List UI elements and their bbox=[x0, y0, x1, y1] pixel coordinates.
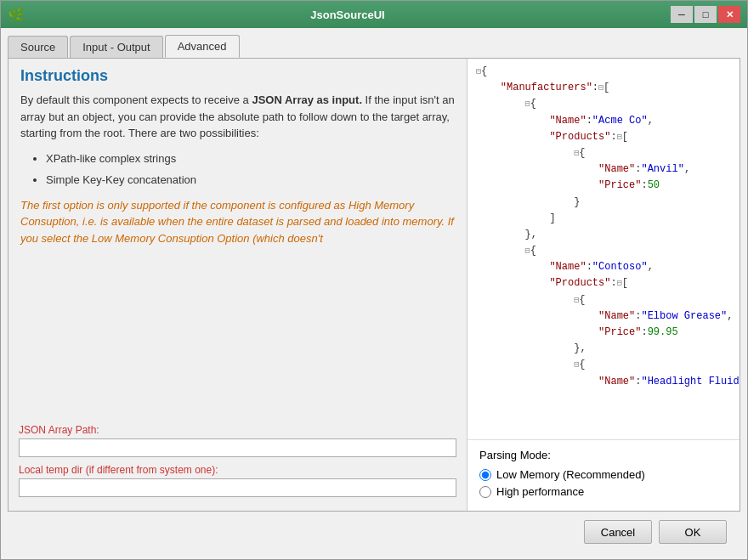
instructions-paragraph2: The first option is only supported if th… bbox=[20, 197, 455, 247]
bullet-1: XPath-like complex strings bbox=[46, 150, 455, 167]
tab-bar: Source Input - Output Advanced bbox=[8, 35, 740, 58]
bullet-2: Simple Key-Key concatenation bbox=[46, 172, 455, 189]
tab-source[interactable]: Source bbox=[8, 36, 68, 58]
json-line: "Price":50 bbox=[476, 178, 731, 194]
close-button[interactable]: ✕ bbox=[718, 6, 740, 23]
title-bar-buttons: ─ □ ✕ bbox=[671, 6, 740, 23]
title-bar: 🌿 JsonSourceUI ─ □ ✕ bbox=[1, 1, 747, 28]
radio-low-memory-input[interactable] bbox=[479, 469, 491, 481]
json-array-path-label: JSON Array Path: bbox=[19, 424, 456, 436]
json-line: "Manufacturers":⊟[ bbox=[476, 80, 731, 96]
json-line: "Name":"Anvil", bbox=[476, 161, 731, 178]
radio-high-performance-input[interactable] bbox=[479, 486, 491, 498]
json-line: ⊟{ bbox=[476, 357, 731, 373]
window-content: Source Input - Output Advanced Instructi… bbox=[1, 28, 747, 559]
local-temp-dir-label: Local temp dir (if different from system… bbox=[19, 464, 456, 476]
local-temp-dir-input[interactable] bbox=[19, 478, 456, 497]
json-line: ⊟{ bbox=[476, 243, 731, 259]
parsing-mode-panel: Parsing Mode: Low Memory (Recommended) H… bbox=[468, 439, 740, 511]
ok-button[interactable]: OK bbox=[659, 520, 727, 544]
radio-low-memory-label[interactable]: Low Memory (Recommended) bbox=[496, 468, 645, 481]
tab-input-output[interactable]: Input - Output bbox=[70, 36, 163, 58]
json-line: "Name":"Contoso", bbox=[476, 259, 731, 275]
right-panel: ⊟{ "Manufacturers":⊟[ ⊟{ "Name":"Acme Co… bbox=[468, 59, 740, 511]
json-line: "Price":99.95 bbox=[476, 325, 731, 341]
window-title: JsonSourceUI bbox=[25, 8, 671, 21]
json-line: ] bbox=[476, 211, 731, 227]
json-line: } bbox=[476, 195, 731, 211]
json-line: "Name":"Acme Co", bbox=[476, 113, 731, 129]
json-line: ⊟{ bbox=[476, 292, 731, 308]
json-line: }, bbox=[476, 341, 731, 357]
maximize-button[interactable]: □ bbox=[694, 6, 717, 23]
radio-low-memory: Low Memory (Recommended) bbox=[479, 468, 728, 481]
instructions-title: Instructions bbox=[20, 67, 455, 85]
instructions-scroll[interactable]: Instructions By default this component e… bbox=[8, 59, 467, 417]
json-line: ⊟{ bbox=[476, 64, 731, 80]
instructions-text-1: By default this component expects to rec… bbox=[20, 93, 252, 106]
main-panel: Instructions By default this component e… bbox=[8, 58, 740, 512]
main-content: Instructions By default this component e… bbox=[8, 59, 740, 511]
app-icon: 🌿 bbox=[8, 6, 25, 23]
json-line: "Products":⊟[ bbox=[476, 129, 731, 145]
json-viewer[interactable]: ⊟{ "Manufacturers":⊟[ ⊟{ "Name":"Acme Co… bbox=[468, 59, 740, 439]
cancel-button[interactable]: Cancel bbox=[584, 520, 652, 544]
instructions-body: By default this component expects to rec… bbox=[20, 92, 455, 246]
instructions-bold: JSON Array as input. bbox=[252, 93, 362, 106]
json-line: ⊟{ bbox=[476, 96, 731, 112]
json-line: "Name":"Headlight Fluid" bbox=[476, 374, 731, 390]
instructions-bullets: XPath-like complex strings Simple Key-Ke… bbox=[46, 150, 455, 189]
minimize-button[interactable]: ─ bbox=[671, 6, 693, 23]
left-panel: Instructions By default this component e… bbox=[8, 59, 468, 511]
parsing-mode-title: Parsing Mode: bbox=[479, 449, 728, 461]
json-array-path-input[interactable] bbox=[19, 438, 456, 457]
json-line: "Name":"Elbow Grease", bbox=[476, 308, 731, 325]
radio-high-performance-label[interactable]: High performance bbox=[496, 485, 584, 498]
json-line: ⊟{ bbox=[476, 145, 731, 161]
left-bottom-fields: JSON Array Path: Local temp dir (if diff… bbox=[8, 417, 467, 511]
main-window: 🌿 JsonSourceUI ─ □ ✕ Source Input - Outp… bbox=[0, 0, 748, 560]
tab-advanced[interactable]: Advanced bbox=[165, 35, 240, 58]
json-line: }, bbox=[476, 227, 731, 243]
json-line: "Products":⊟[ bbox=[476, 275, 731, 291]
radio-high-performance: High performance bbox=[479, 485, 728, 498]
bottom-bar: Cancel OK bbox=[8, 512, 740, 552]
